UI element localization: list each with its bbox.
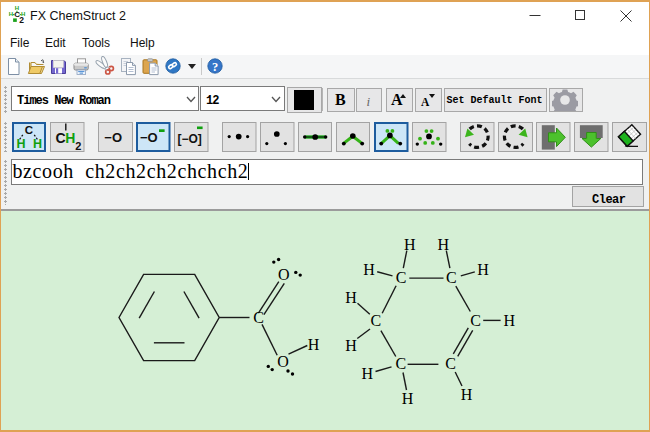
- svg-text:H: H: [362, 365, 374, 382]
- svg-text:H: H: [438, 236, 450, 253]
- svg-text:C: C: [370, 312, 381, 329]
- svg-text:O: O: [277, 353, 289, 370]
- svg-text:O: O: [278, 266, 290, 283]
- svg-text:C: C: [396, 269, 407, 286]
- svg-text:C: C: [470, 312, 481, 329]
- svg-text:C: C: [395, 355, 406, 372]
- svg-text:H: H: [504, 312, 516, 329]
- svg-text:C: C: [253, 309, 264, 326]
- svg-text:H: H: [363, 261, 375, 278]
- svg-text:H: H: [477, 261, 489, 278]
- svg-text:H: H: [402, 390, 414, 407]
- svg-text:C: C: [445, 355, 456, 372]
- svg-text:H: H: [308, 336, 320, 353]
- svg-text:H: H: [404, 236, 416, 253]
- svg-text:H: H: [345, 337, 357, 354]
- svg-text:H: H: [345, 289, 357, 306]
- svg-text:C: C: [446, 269, 457, 286]
- svg-text:H: H: [461, 386, 473, 403]
